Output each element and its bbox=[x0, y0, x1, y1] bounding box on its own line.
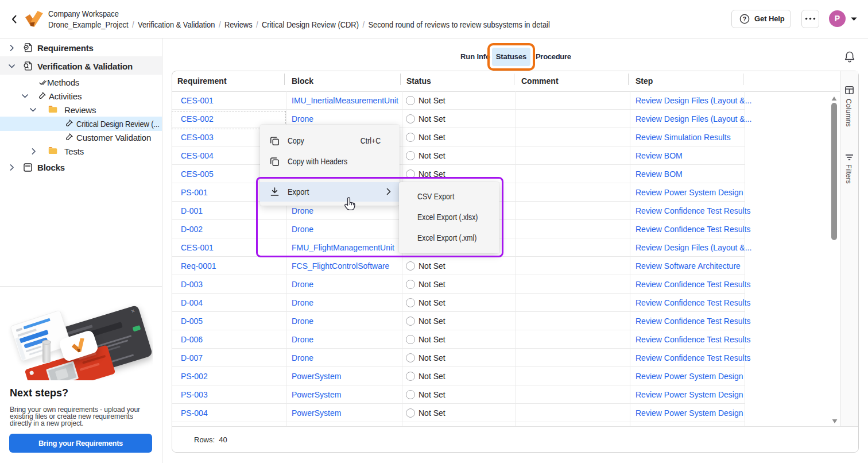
svg-text:?: ? bbox=[743, 16, 746, 22]
